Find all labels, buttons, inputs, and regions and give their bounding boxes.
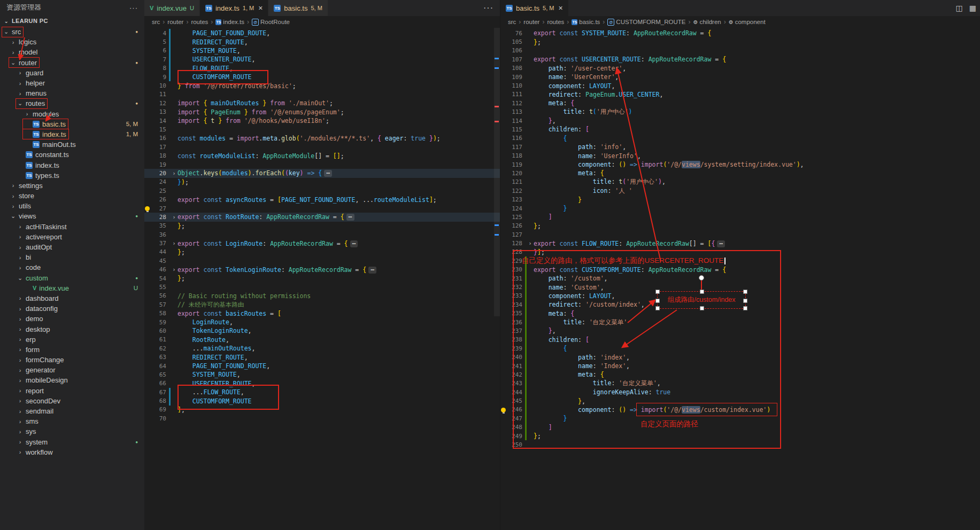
tree-item-index.vue[interactable]: Vindex.vueU [0,283,144,293]
code-line-44[interactable]: 44}; [144,248,500,256]
code-line-7[interactable]: 7 USERCENTER_ROUTE, [144,55,500,64]
code-editor-basic-ts[interactable]: 76export const SYSTEM_ROUTE: AppRouteRec… [500,28,980,449]
resize-handle[interactable] [743,306,747,310]
tree-item-code[interactable]: ›code [0,262,144,272]
tree-item-generator[interactable]: ›generator [0,365,144,375]
tree-item-system[interactable]: ›system● [0,437,144,447]
tree-item-views[interactable]: ⌄views● [0,211,144,221]
code-line-14[interactable]: 14import { t } from '/@/hooks/web/useI18… [144,116,500,125]
code-line-106[interactable]: 106 [500,46,980,55]
code-line-76[interactable]: 76export const SYSTEM_ROUTE: AppRouteRec… [500,29,980,37]
breadcrumb-item-children[interactable]: ⚙children [693,19,721,25]
tree-item-utils[interactable]: ›utils [0,201,144,211]
tree-item-activereport[interactable]: ›activereport [0,232,144,242]
code-line-107[interactable]: 107export const USERCENTER_ROUTE: AppRou… [500,55,980,64]
tree-item-routes[interactable]: ⌄routes● [0,98,144,108]
tree-item-custom[interactable]: ⌄custom● [0,273,144,283]
lightbulb-icon[interactable] [145,206,150,211]
code-line-12[interactable]: 12import { mainOutRoutes } from './mainO… [144,99,500,107]
code-line-246[interactable]: 246 component: () => import('/@/views/cu… [500,406,980,414]
tree-item-demo[interactable]: ›demo [0,314,144,324]
fold-chevron-icon[interactable]: › [171,267,178,272]
rotate-handle[interactable] [699,275,704,280]
tree-item-formChange[interactable]: ›formChange [0,355,144,365]
code-line-17[interactable]: 17 [144,143,500,151]
code-line-13[interactable]: 13import { PageEnum } from '/@/enums/pag… [144,108,500,116]
fold-chevron-icon[interactable]: › [527,240,534,246]
code-line-45[interactable]: 45 [144,256,500,265]
code-line-112[interactable]: 112 meta: { [500,99,980,107]
code-line-228[interactable]: 228}]; [500,248,980,256]
code-line-232[interactable]: 232 name: 'Custom', [500,283,980,291]
code-line-19[interactable]: 19 [144,160,500,169]
breadcrumb-item-RootRoute[interactable]: @RootRoute [252,19,290,26]
code-line-18[interactable]: 18const routeModuleList: AppRouteModule[… [144,151,500,160]
tree-item-secondDev[interactable]: ›secondDev [0,396,144,406]
code-line-69[interactable]: 69]; [144,406,500,414]
folded-region-ellipsis[interactable]: ⋯ [350,240,358,247]
code-line-237[interactable]: 237 }, [500,326,980,335]
code-line-108[interactable]: 108 path: '/user-center', [500,64,980,73]
code-line-248[interactable]: 248 ] [500,423,980,432]
tree-item-helper[interactable]: ›helper [0,78,144,88]
code-line-125[interactable]: 125 ] [500,213,980,221]
code-line-57[interactable]: 57// 未经许可的基本路由 [144,300,500,309]
more-actions-icon[interactable]: ··· [483,0,493,16]
tree-item-guard[interactable]: ›guard [0,68,144,78]
code-line-127[interactable]: 127 [500,230,980,239]
tree-item-src[interactable]: ⌄src● [0,27,144,37]
code-line-124[interactable]: 124 } [500,204,980,213]
tree-item-bi[interactable]: ›bi [0,252,144,262]
code-line-64[interactable]: 64 PAGE_NOT_FOUND_ROUTE, [144,362,500,370]
code-line-70[interactable]: 70 [144,414,500,423]
code-line-11[interactable]: 11 [144,90,500,99]
workspace-header[interactable]: ⌄ LEARUN PC [0,15,144,27]
tree-item-sendmail[interactable]: ›sendmail [0,406,144,416]
tree-item-index.ts[interactable]: TSindex.ts [0,160,144,170]
breadcrumb-item-routes[interactable]: routes [547,19,564,25]
code-line-244[interactable]: 244 ignoreKeepAlive: true [500,388,980,396]
code-editor-index-ts[interactable]: 4 PAGE_NOT_FOUND_ROUTE,5 REDIRECT_ROUTE,… [144,28,500,423]
code-line-235[interactable]: 235 meta: { [500,309,980,318]
code-line-46[interactable]: 46›export const TokenLoginRoute: AppRout… [144,266,500,274]
code-line-59[interactable]: 59 LoginRoute, [144,318,500,326]
editor-tab-basic.ts[interactable]: TSbasic.ts5, M [268,0,328,16]
code-line-4[interactable]: 4 PAGE_NOT_FOUND_ROUTE, [144,29,500,37]
code-line-15[interactable]: 15 [144,125,500,134]
tree-item-index.ts[interactable]: TSindex.ts1, M [0,129,144,139]
breadcrumb-item-component[interactable]: ⚙component [729,19,766,25]
code-line-24[interactable]: 24}); [144,178,500,186]
code-line-35[interactable]: 35}; [144,222,500,230]
code-line-109[interactable]: 109 name: 'UserCenter', [500,73,980,81]
code-line-66[interactable]: 66 USERCENTER_ROUTE, [144,379,500,388]
tree-item-workflow[interactable]: ›workflow [0,447,144,457]
editor-tab-basic.ts[interactable]: TSbasic.ts5, M× [500,0,569,16]
code-line-68[interactable]: 68 CUSTOMFORM_ROUTE [144,396,500,405]
code-line-54[interactable]: 54}; [144,274,500,283]
code-line-240[interactable]: 240 path: 'index', [500,353,980,361]
scrollbar[interactable] [494,28,500,316]
tree-item-sms[interactable]: ›sms [0,416,144,426]
breadcrumb-item-routes[interactable]: routes [191,19,208,25]
code-line-10[interactable]: 10} from '/@/router/routes/basic'; [144,81,500,90]
folded-region-ellipsis[interactable]: ⋯ [346,214,354,221]
tree-item-desktop[interactable]: ›desktop [0,324,144,334]
tree-item-model[interactable]: ›model [0,47,144,57]
tree-item-logics[interactable]: ›logics [0,37,144,47]
layout-icon[interactable]: ▦ [969,4,976,12]
breadcrumb-item-src[interactable]: src [508,19,516,25]
tree-item-mainOut.ts[interactable]: TSmainOut.ts [0,139,144,150]
code-line-115[interactable]: 115 children: [ [500,125,980,134]
fold-chevron-icon[interactable]: › [171,170,178,176]
tree-item-settings[interactable]: ›settings [0,181,144,191]
tree-item-actHiTaskinst[interactable]: ›actHiTaskinst [0,222,144,232]
resize-handle[interactable] [655,290,660,294]
code-line-236[interactable]: 236 title: '自定义菜单' [500,318,980,326]
fold-chevron-icon[interactable]: › [171,214,178,220]
code-line-231[interactable]: 231 path: '/custom', [500,274,980,283]
code-line-67[interactable]: 67 ...FLOW_ROUTE, [144,388,500,396]
resize-handle[interactable] [655,306,660,310]
tree-item-store[interactable]: ›store [0,191,144,201]
breadcrumb-item-basic.ts[interactable]: TSbasic.ts [572,19,600,25]
code-line-25[interactable]: 25 [144,186,500,195]
